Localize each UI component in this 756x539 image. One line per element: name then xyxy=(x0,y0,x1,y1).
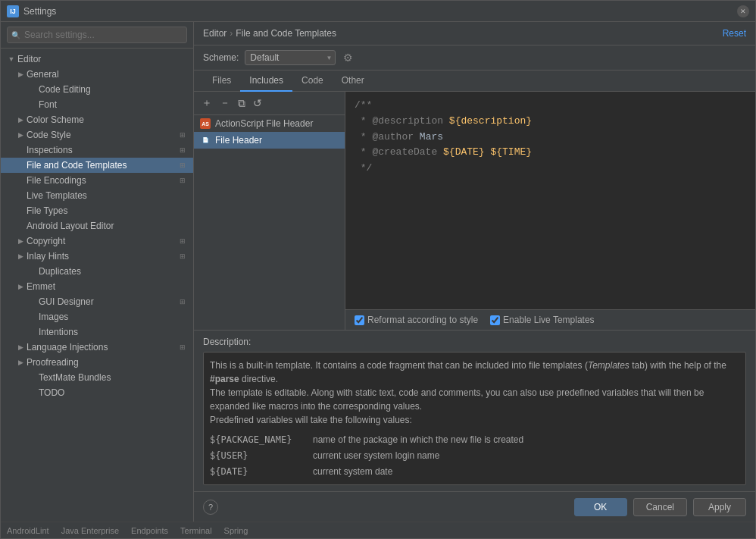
badge-icon: ⊞ xyxy=(178,237,187,246)
tab-includes[interactable]: Includes xyxy=(240,71,292,92)
sidebar-item-label: Language Injections xyxy=(27,342,108,353)
reformat-checkbox-input[interactable] xyxy=(355,315,364,325)
code-text: * @createDate xyxy=(355,145,443,161)
sidebar-item-live-templates[interactable]: ▶ Live Templates xyxy=(1,188,193,203)
editor-section: ＋ － ⧉ ↺ AS ActionScript File Header 📄 Fi… xyxy=(194,92,755,330)
status-item-java-enterprise[interactable]: Java Enterprise xyxy=(61,526,119,535)
description-text-part1: This is a built-in template. It contains… xyxy=(210,360,726,384)
desc-var-date: ${DATE} current system date xyxy=(210,465,739,478)
help-button[interactable]: ? xyxy=(203,500,218,515)
sidebar-item-label: Inspections xyxy=(27,145,73,155)
description-variables: ${PACKAGE_NAME} name of the package in w… xyxy=(210,433,739,478)
scheme-label: Scheme: xyxy=(203,52,239,63)
var-name-date: ${DATE} xyxy=(210,465,301,478)
status-bar: AndroidLint Java Enterprise Endpoints Te… xyxy=(1,522,755,538)
scheme-row: Scheme: Default Project ▼ ⚙ xyxy=(194,45,755,71)
live-templates-checkbox[interactable]: Enable Live Templates xyxy=(490,315,595,325)
code-editor[interactable]: /** * @description ${description} * @aut… xyxy=(345,92,755,309)
reformat-label: Reformat according to style xyxy=(367,315,478,325)
var-name-user: ${USER} xyxy=(210,449,301,462)
sidebar-item-duplicates[interactable]: ▶ Duplicates xyxy=(1,264,193,279)
window-title: Settings xyxy=(23,6,56,17)
scheme-select[interactable]: Default Project xyxy=(245,50,336,65)
search-icon: 🔍 xyxy=(11,31,20,39)
sidebar-item-file-types[interactable]: ▶ File Types xyxy=(1,203,193,218)
code-text: Mars xyxy=(420,130,443,146)
code-text: */ xyxy=(355,161,372,177)
search-input[interactable] xyxy=(7,27,187,43)
arrow-icon: ▶ xyxy=(16,252,25,261)
status-item-androidlint[interactable]: AndroidLint xyxy=(7,526,49,535)
sidebar-item-images[interactable]: ▶ Images xyxy=(1,309,193,324)
search-box: 🔍 xyxy=(1,22,193,49)
sidebar-item-proofreading[interactable]: ▶ Proofreading xyxy=(1,355,193,370)
remove-template-button[interactable]: － xyxy=(217,95,233,111)
search-wrap: 🔍 xyxy=(7,27,187,43)
tab-other[interactable]: Other xyxy=(333,71,373,92)
desc-var-user: ${USER} current user system login name xyxy=(210,449,739,462)
template-list-panel: ＋ － ⧉ ↺ AS ActionScript File Header 📄 Fi… xyxy=(194,92,345,330)
template-item-file-header[interactable]: 📄 File Header xyxy=(194,132,345,149)
tab-files[interactable]: Files xyxy=(203,71,240,92)
live-templates-checkbox-input[interactable] xyxy=(490,315,500,325)
sidebar-item-android-layout-editor[interactable]: ▶ Android Layout Editor xyxy=(1,218,193,233)
sidebar-item-copyright[interactable]: ▶ Copyright ⊞ xyxy=(1,233,193,249)
sidebar-item-label: Android Layout Editor xyxy=(27,221,114,231)
close-button[interactable]: ✕ xyxy=(737,5,749,17)
sidebar-item-font[interactable]: ▶ Font xyxy=(1,97,193,112)
reformat-checkbox[interactable]: Reformat according to style xyxy=(355,315,478,325)
badge-icon: ⊞ xyxy=(178,161,187,170)
sidebar-item-file-and-code-templates[interactable]: ▶ File and Code Templates ⊞ xyxy=(1,158,193,173)
var-desc-user: current user system login name xyxy=(313,449,439,462)
sidebar-item-editor[interactable]: ▼ Editor xyxy=(1,52,193,67)
status-item-endpoints[interactable]: Endpoints xyxy=(131,526,168,535)
sidebar: 🔍 ▼ Editor ▶ General ▶ Code Edit xyxy=(1,22,194,522)
sidebar-item-file-encodings[interactable]: ▶ File Encodings ⊞ xyxy=(1,173,193,188)
live-templates-label: Enable Live Templates xyxy=(503,315,595,325)
arrow-icon: ▶ xyxy=(16,70,25,79)
main-panel: Editor › File and Code Templates Reset S… xyxy=(194,22,755,522)
cancel-button[interactable]: Cancel xyxy=(633,498,687,516)
var-desc-date: current system date xyxy=(313,465,392,478)
code-text xyxy=(485,145,491,161)
sidebar-item-emmet[interactable]: ▶ Emmet xyxy=(1,279,193,294)
tabs-row: Files Includes Code Other xyxy=(194,71,755,92)
bottom-bar: ? OK Cancel Apply xyxy=(194,491,755,522)
status-item-terminal[interactable]: Terminal xyxy=(180,526,212,535)
description-text-box: This is a built-in template. It contains… xyxy=(203,352,746,485)
sidebar-item-label: Copyright xyxy=(27,236,65,246)
sidebar-item-label: Editor xyxy=(17,54,41,64)
sidebar-item-label: Live Templates xyxy=(27,190,87,201)
sidebar-item-code-style[interactable]: ▶ Code Style ⊞ xyxy=(1,127,193,143)
sidebar-item-textmate-bundles[interactable]: ▶ TextMate Bundles xyxy=(1,370,193,385)
apply-button[interactable]: Apply xyxy=(693,498,746,516)
sidebar-item-label: Inlay Hints xyxy=(27,251,69,262)
sidebar-item-intentions[interactable]: ▶ Intentions xyxy=(1,324,193,340)
sidebar-item-inspections[interactable]: ▶ Inspections ⊞ xyxy=(1,143,193,158)
sidebar-item-color-scheme[interactable]: ▶ Color Scheme xyxy=(1,112,193,127)
sidebar-item-todo[interactable]: ▶ TODO xyxy=(1,385,193,400)
copy-template-button[interactable]: ⧉ xyxy=(235,96,248,111)
code-text: /** xyxy=(355,98,372,114)
badge-icon: ⊞ xyxy=(178,297,187,306)
gear-button[interactable]: ⚙ xyxy=(342,50,355,65)
badge-icon: ⊞ xyxy=(178,343,187,352)
sidebar-item-language-injections[interactable]: ▶ Language Injections ⊞ xyxy=(1,340,193,355)
sidebar-item-inlay-hints[interactable]: ▶ Inlay Hints ⊞ xyxy=(1,249,193,264)
sidebar-item-label: Code Style xyxy=(27,130,71,140)
code-line: */ xyxy=(355,161,746,177)
reset-template-button[interactable]: ↺ xyxy=(250,96,265,111)
sidebar-item-gui-designer[interactable]: ▶ GUI Designer ⊞ xyxy=(1,294,193,309)
reset-link[interactable]: Reset xyxy=(723,28,746,39)
template-item-actionscript[interactable]: AS ActionScript File Header xyxy=(194,115,345,132)
add-template-button[interactable]: ＋ xyxy=(198,95,215,111)
sidebar-item-label: Intentions xyxy=(39,327,78,337)
status-item-spring[interactable]: Spring xyxy=(224,526,248,535)
tab-code[interactable]: Code xyxy=(292,71,333,92)
sidebar-item-general[interactable]: ▶ General xyxy=(1,67,193,82)
ok-button[interactable]: OK xyxy=(574,498,627,516)
sidebar-item-code-editing[interactable]: ▶ Code Editing xyxy=(1,82,193,97)
description-label: Description: xyxy=(203,337,746,347)
app-icon: IJ xyxy=(7,5,19,17)
breadcrumb-parent: Editor xyxy=(203,28,226,39)
